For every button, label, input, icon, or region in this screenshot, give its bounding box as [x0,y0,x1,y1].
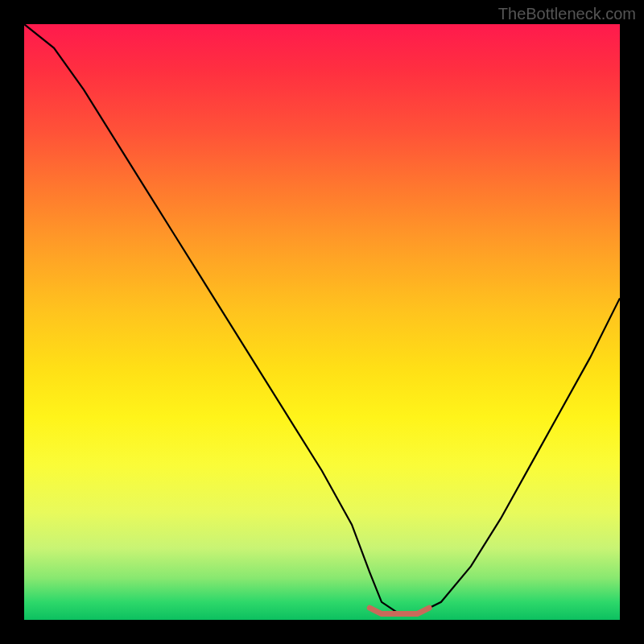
chart-frame: TheBottleneck.com [0,0,644,644]
bottleneck-curve-path [24,24,620,614]
chart-svg [24,24,620,620]
bottom-marker-path [369,608,429,613]
plot-area [24,24,620,620]
watermark-text: TheBottleneck.com [498,5,636,23]
